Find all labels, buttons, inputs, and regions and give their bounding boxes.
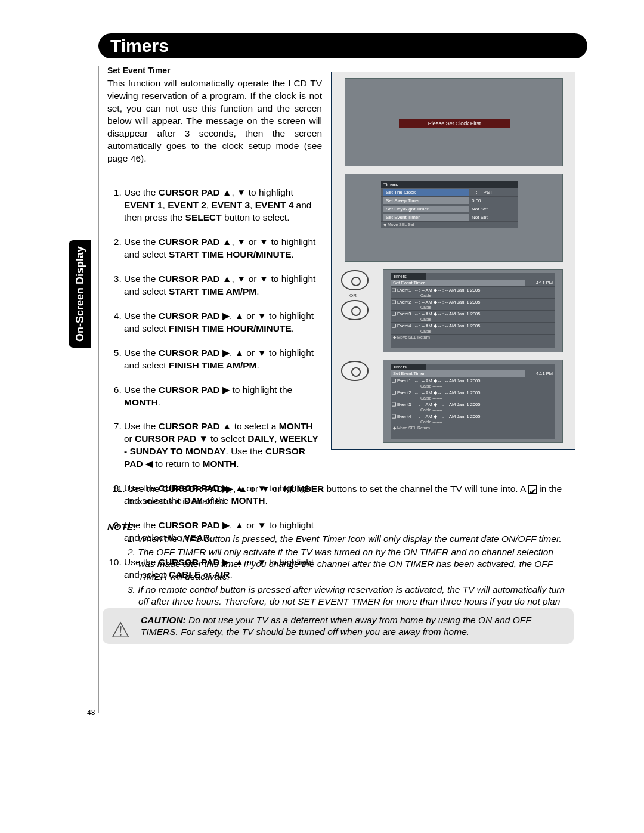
screen-panel: Please Set Clock First Timers Set The Cl…	[331, 72, 575, 450]
menu-foot: ◆ Move SEL Set	[381, 221, 518, 228]
section-heading: Set Event Timer	[107, 66, 322, 75]
dpad-icon	[341, 300, 369, 320]
note-2: 2. The OFF TIMER will only activate if t…	[138, 546, 566, 582]
step-4: Use the CURSOR PAD ▶, ▲ or ▼ to highligh…	[124, 310, 322, 335]
step-3: Use the CURSOR PAD ▲, ▼ or ▼ to highligh…	[124, 273, 322, 298]
step-6: Use the CURSOR PAD ▶ to highlight the MO…	[124, 384, 322, 409]
step-2: Use the CURSOR PAD ▲, ▼ or ▼ to highligh…	[124, 236, 322, 261]
caution-body: Do not use your TV as a deterrent when a…	[141, 615, 531, 637]
caution-label: CAUTION:	[141, 615, 186, 625]
section-intro: This function will automatically operate…	[107, 78, 322, 165]
dpad-icon	[341, 270, 369, 290]
step-7: Use the CURSOR PAD ▲ to select a MONTH o…	[124, 420, 322, 470]
note-1: 1. When the INFO button is pressed, the …	[138, 533, 566, 545]
page-title: Timers	[110, 36, 169, 56]
page-header: Timers	[98, 33, 587, 58]
note-block: NOTE: 1. When the INFO button is pressed…	[107, 516, 566, 621]
timers-menu: Timers Set The Clock-- : -- PST Set Slee…	[381, 181, 518, 228]
tv-screen-event-timer-2: Timers Set Event Timer4:11 PM ❏ Event1 :…	[383, 360, 563, 443]
step-5: Use the CURSOR PAD ▶, ▲ or ▼ to highligh…	[124, 347, 322, 372]
side-tab: On-Screen Display	[69, 240, 91, 348]
tv-screen-timers-menu: Timers Set The Clock-- : -- PST Set Slee…	[345, 174, 563, 262]
side-tab-label: On-Screen Display	[74, 246, 86, 342]
caution-box: ⚠ CAUTION: Do not use your TV as a deter…	[103, 608, 574, 644]
tv-screen-event-timer-1: Timers Set Event Timer4:11 PM ❏ Event1 :…	[383, 269, 563, 352]
tv-screen-clock-warning: Please Set Clock First	[345, 78, 563, 166]
step-1: Use the CURSOR PAD ▲, ▼ to highlight EVE…	[124, 187, 322, 224]
or-label: OR	[349, 293, 357, 298]
note-label: NOTE:	[107, 522, 136, 532]
full-width-steps: Use the CURSOR PAD ▶, ▲ or ▼ or NUMBER b…	[107, 483, 569, 520]
page-number: 48	[87, 708, 95, 717]
checkbox-icon: ✔	[528, 485, 537, 494]
clock-warning-msg: Please Set Clock First	[399, 119, 510, 128]
menu-title: Timers	[381, 181, 518, 188]
step-11: Use the CURSOR PAD ▶, ▲ or ▼ or NUMBER b…	[128, 483, 569, 508]
warning-icon: ⚠	[111, 617, 130, 645]
dpad-icon	[341, 361, 369, 381]
margin-divider	[98, 66, 99, 713]
